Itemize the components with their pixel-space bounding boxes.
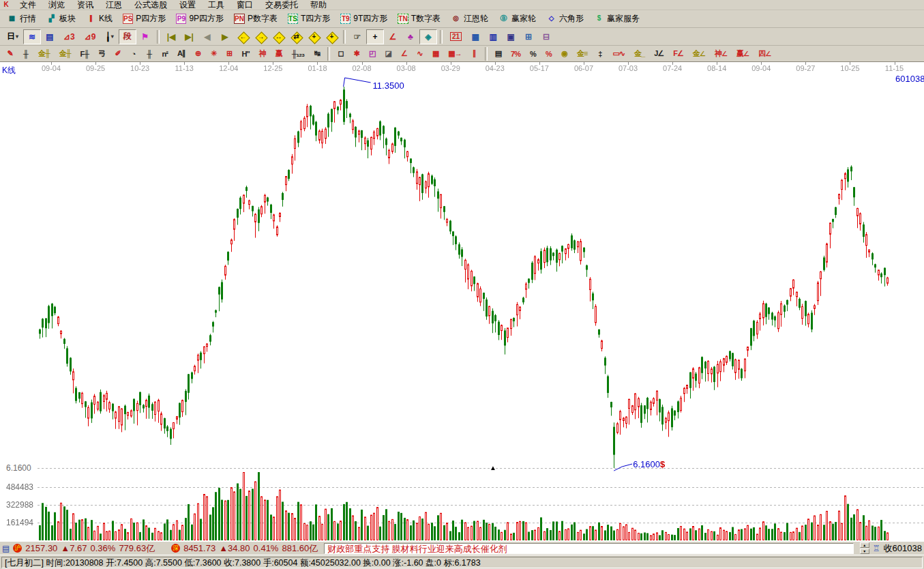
percent-tool-button[interactable]: %: [525, 47, 541, 61]
f-grid-tool-button[interactable]: F╫: [76, 47, 94, 61]
shen-angle-tool-button[interactable]: 神∠: [710, 47, 732, 61]
si-angle-tool-button[interactable]: 四∠: [754, 47, 775, 61]
kline-chart-panel[interactable]: K线 601038 11.3500 6.1600$ ▲ 09-0409-2510…: [0, 62, 924, 541]
grid-tool-button[interactable]: ╫: [18, 47, 33, 61]
gold-angle-tool-button[interactable]: 金∠: [688, 47, 710, 61]
quotes-button[interactable]: ▦行情: [3, 12, 40, 27]
kline-button[interactable]: ∥K线: [82, 12, 117, 27]
f-angle-tool-button[interactable]: F∠: [668, 47, 688, 61]
ying-grid-tool-button[interactable]: 赢: [271, 47, 287, 61]
hand-tool-button[interactable]: ☞: [348, 29, 366, 44]
trend-chart-button[interactable]: ≋: [23, 29, 41, 44]
shift-left-button[interactable]: ←: [234, 29, 252, 44]
shade-box-tool-button[interactable]: ◪: [380, 47, 396, 61]
j-angle-tool-button[interactable]: J∠: [649, 47, 668, 61]
blocks-button[interactable]: ▞板块: [42, 12, 80, 27]
percent-line-tool-button[interactable]: %: [541, 47, 556, 61]
spinner-up-button[interactable]: ▴: [860, 542, 869, 548]
network-link-button[interactable]: ⊞: [520, 29, 537, 44]
pattern-button[interactable]: 段: [119, 29, 136, 44]
menu-browse[interactable]: 浏览: [42, 0, 71, 10]
menu-window[interactable]: 窗口: [230, 0, 259, 10]
arc-tool-button[interactable]: 弓: [93, 47, 110, 61]
p-square-button[interactable]: PSP四方形: [119, 12, 170, 27]
prev-page-button[interactable]: ◀: [198, 29, 216, 44]
t-square-button[interactable]: TST四方形: [284, 12, 334, 27]
pencil-tool-button[interactable]: ✎: [2, 47, 18, 61]
p-number-table-button[interactable]: PNP数字表: [230, 12, 282, 27]
last-page-button[interactable]: ▶|: [180, 29, 198, 44]
shen-grid-tool-button[interactable]: 神: [254, 47, 271, 61]
fan-box-tool-button[interactable]: ◰: [364, 47, 380, 61]
mini-chart-3-button[interactable]: ⊿3: [59, 29, 80, 44]
circle-cross-tool-button[interactable]: ⊕: [190, 47, 206, 61]
menu-help[interactable]: 帮助: [304, 0, 333, 10]
hexagon-button[interactable]: ◇六角形: [542, 12, 588, 27]
candle-style-button[interactable]: ╽▾: [100, 29, 118, 44]
gold-grid-tool-button[interactable]: 金╫: [33, 47, 55, 61]
t-percent-tool-button[interactable]: 7%: [506, 47, 525, 61]
expand-all-button[interactable]: +: [305, 29, 323, 44]
mini-chart-9-button[interactable]: ⊿9: [80, 29, 101, 44]
angles-tool-button[interactable]: ∠: [396, 47, 412, 61]
box-grid-tool-button[interactable]: ⊞: [222, 47, 237, 61]
menu-trade[interactable]: 交易委托: [259, 0, 304, 10]
first-page-button[interactable]: |◀: [162, 29, 181, 44]
ruler-grid-tool-button[interactable]: ╫: [141, 47, 157, 61]
grid-arrow-tool-button[interactable]: ▦→: [443, 47, 466, 61]
menu-settings[interactable]: 设置: [173, 0, 202, 10]
9p-square-button[interactable]: P99P四方形: [172, 12, 228, 27]
rays-tool-button[interactable]: ✱: [348, 47, 364, 61]
gann-wheel-button[interactable]: ◎江恩轮: [447, 12, 492, 27]
shift-right-button[interactable]: →: [252, 29, 269, 44]
gold-circle-tool-button[interactable]: ◉: [556, 47, 572, 61]
a-line-tool-button[interactable]: A∥: [173, 47, 190, 61]
levels-tool-button[interactable]: ▤: [490, 47, 506, 61]
marker-pen-tool-button[interactable]: ✐: [110, 47, 125, 61]
next-page-button[interactable]: ▶: [216, 29, 234, 44]
gold-lines-tool-button[interactable]: 金≡: [572, 47, 592, 61]
wave-box-tool-button[interactable]: ▭∿: [608, 47, 629, 61]
indicator-flag-button[interactable]: ⚑: [136, 29, 154, 44]
quote-report-button[interactable]: ▤: [41, 29, 59, 44]
n-squared-tool-button[interactable]: n²: [157, 47, 173, 61]
center-view-button[interactable]: +: [323, 29, 340, 44]
crosshair-tool-button[interactable]: +: [366, 29, 384, 44]
calendar-button[interactable]: 21: [445, 29, 466, 44]
t-number-table-button[interactable]: TNT数字表: [393, 12, 445, 27]
frame-tool-button[interactable]: ◻: [333, 47, 348, 61]
span-tool-button[interactable]: ↹: [309, 47, 325, 61]
h-mark-tool-button[interactable]: H": [237, 47, 254, 61]
gold-line-tool-button[interactable]: 金_: [629, 47, 649, 61]
menu-tools[interactable]: 工具: [202, 0, 230, 10]
period-day-button[interactable]: 日▾: [2, 29, 23, 44]
red-grid-tool-button[interactable]: ▦: [428, 47, 443, 61]
grid-123-tool-button[interactable]: ╫₁₂₃: [287, 47, 309, 61]
angle-measure-button[interactable]: ∠: [384, 29, 402, 44]
gold-grid2-tool-button[interactable]: 金╫: [55, 47, 76, 61]
expand-h-button[interactable]: ↔: [269, 29, 287, 44]
wheel-tool-button[interactable]: ◈: [419, 29, 437, 44]
knot-tool-button[interactable]: ♣: [402, 29, 419, 44]
slashes-tool-button[interactable]: ∥: [466, 47, 482, 61]
candlestick-canvas[interactable]: [0, 62, 924, 541]
menu-gann[interactable]: 江恩: [100, 0, 128, 10]
compass-tool-button[interactable]: ◔: [125, 47, 141, 61]
winner-service-button[interactable]: $赢家服务: [590, 12, 644, 27]
9t-square-button[interactable]: T99T四方形: [336, 12, 391, 27]
menu-stock-picker[interactable]: 公式选股: [128, 0, 173, 10]
remote-button[interactable]: ⊟: [537, 29, 555, 44]
calculator-button[interactable]: ▦: [466, 29, 484, 44]
spinner-down-button[interactable]: ▾: [860, 549, 869, 554]
zigzag-tool-button[interactable]: ∿: [412, 47, 428, 61]
swap-h-button[interactable]: ⇄: [287, 29, 305, 44]
x-axis-date-label: 09-27: [790, 64, 821, 72]
menu-file[interactable]: 文件: [14, 0, 42, 10]
ink-pen-tool-button[interactable]: ‡: [592, 47, 608, 61]
winner-wheel-button[interactable]: Ⓑ赢家轮: [494, 12, 540, 27]
star-tool-button[interactable]: ✳: [206, 47, 222, 61]
menu-news[interactable]: 资讯: [71, 0, 100, 10]
save-button[interactable]: ▣: [502, 29, 520, 44]
ying-angle-tool-button[interactable]: 赢∠: [732, 47, 754, 61]
notes-button[interactable]: ▥: [484, 29, 502, 44]
